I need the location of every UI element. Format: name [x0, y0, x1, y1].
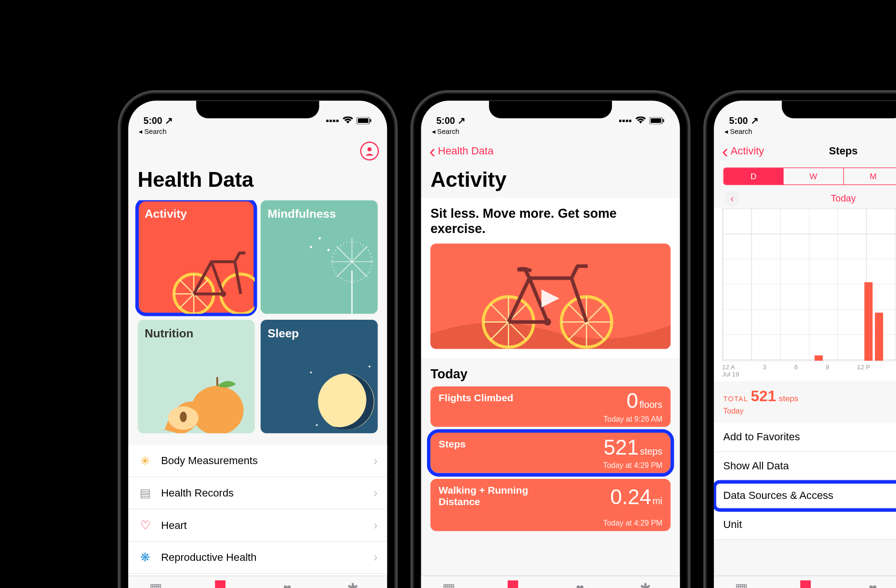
back-search[interactable]: Search [128, 128, 387, 138]
stat-time: Today at 9:26 AM [438, 415, 662, 423]
calendar-icon: ▦ [735, 581, 748, 588]
notch [782, 101, 896, 118]
svg-rect-32 [651, 118, 661, 123]
chevron-icon: › [374, 517, 378, 533]
row-heart[interactable]: ♡Heart› [128, 509, 387, 542]
row-favorites[interactable]: Add to Favorites [714, 423, 896, 452]
row-reproductive[interactable]: ❋Reproductive Health› [128, 542, 387, 574]
page-title: Activity [430, 167, 671, 192]
seg-day[interactable]: D [724, 168, 784, 184]
steps-chart: 0100200300400500600 [722, 208, 896, 361]
tile-sleep[interactable]: Sleep [261, 320, 378, 433]
cellular-icon: ▪▪▪▪ [619, 116, 632, 126]
stat-flights[interactable]: Flights Climbed 0floors Today at 9:26 AM [430, 386, 671, 427]
back-activity[interactable]: Activity [722, 145, 764, 157]
row-show-all[interactable]: Show All Data› [714, 452, 896, 481]
tab-health-data[interactable]: ▞▚Health Data [789, 581, 823, 588]
tile-nutrition[interactable]: Nutrition [138, 320, 255, 433]
svg-point-28 [310, 372, 312, 374]
tab-medical-id[interactable]: ✱Medical ID [337, 581, 368, 588]
seg-month[interactable]: M [844, 168, 896, 184]
calendar-icon: ▦ [149, 581, 163, 588]
promo-video[interactable]: ▶ [430, 243, 671, 349]
tab-today[interactable]: ▦Today [440, 581, 458, 588]
tab-today[interactable]: ▦Today [147, 581, 164, 588]
body-icon: ✳︎ [138, 454, 153, 467]
stat-label: Walking + Running Distance [438, 485, 544, 508]
wifi-icon [343, 116, 353, 126]
stat-time: Today at 4:29 PM [438, 461, 662, 469]
svg-point-29 [369, 365, 371, 367]
flower-icon: ❋ [138, 550, 153, 564]
chart-date: Jul 19 [722, 371, 896, 378]
prev-date[interactable]: ‹ [724, 191, 740, 206]
tile-mindfulness[interactable]: Mindfulness [261, 200, 378, 314]
row-label: Unit [723, 519, 742, 531]
date-nav: ‹ Today › [714, 189, 896, 209]
stat-value: 521steps [603, 435, 662, 460]
tab-sources[interactable]: ♥Sources [568, 581, 592, 588]
row-unit[interactable]: UnitSteps [714, 510, 896, 539]
tab-sources[interactable]: ♥Sources [275, 581, 299, 588]
wifi-icon [635, 116, 646, 126]
asterisk-icon: ✱ [640, 581, 652, 588]
nav-bar: Activity Steps + [714, 138, 896, 164]
row-body-measurements[interactable]: ✳︎Body Measurements› [128, 445, 387, 477]
svg-line-19 [337, 262, 352, 277]
tile-activity[interactable]: Activity [138, 200, 255, 314]
row-data-sources[interactable]: Data Sources & Access› [714, 481, 896, 510]
tab-bar: ▦Today ▞▚Health Data ♥Sources ✱Medical I… [128, 576, 387, 588]
tile-label: Mindfulness [268, 207, 336, 220]
svg-line-18 [352, 262, 367, 277]
svg-point-3 [367, 147, 372, 152]
page-title: Health Data [138, 167, 378, 192]
stat-steps[interactable]: Steps 521steps Today at 4:29 PM [430, 433, 671, 473]
profile-icon[interactable] [360, 142, 379, 160]
svg-point-26 [180, 412, 187, 422]
status-time: 5:00 ↗ [143, 115, 173, 126]
svg-point-22 [327, 249, 330, 251]
cellular-icon: ▪▪▪▪ [326, 116, 339, 126]
promo-text: Sit less. Move more. Get some exercise. [430, 206, 671, 237]
row-label: Health Records [161, 487, 234, 499]
svg-line-17 [337, 246, 352, 262]
stat-value: 0floors [627, 389, 662, 414]
battery-icon [356, 116, 372, 126]
status-time: 5:00 ↗ [436, 115, 465, 126]
svg-rect-33 [663, 119, 664, 122]
grid-icon: ▞▚ [210, 581, 231, 588]
bicycle-icon [171, 241, 255, 314]
tab-health-data[interactable]: ▞▚Health Data [203, 581, 237, 588]
tab-sources[interactable]: ♥Sources [861, 581, 885, 588]
stat-value: 0.24mi [610, 485, 662, 509]
row-health-records[interactable]: ▤Health Records› [128, 477, 387, 509]
dandelion-icon [299, 230, 378, 314]
tab-health-data[interactable]: ▞▚Health Data [496, 581, 529, 588]
grid-icon: ▞▚ [795, 581, 816, 588]
chevron-icon: › [374, 550, 378, 565]
nav-bar: Health Data [421, 138, 680, 164]
back-health-data[interactable]: Health Data [429, 145, 494, 157]
records-icon: ▤ [138, 486, 153, 500]
svg-point-20 [310, 246, 312, 248]
row-label: Add to Favorites [723, 431, 800, 443]
svg-point-27 [318, 374, 374, 430]
seg-week[interactable]: W [784, 168, 844, 184]
svg-rect-1 [358, 118, 368, 123]
phone-health-data: 5:00 ↗ ▪▪▪▪ Search Health Data Activity [120, 92, 396, 588]
svg-point-21 [318, 237, 321, 240]
battery-icon [650, 116, 665, 126]
status-time: 5:00 ↗ [729, 115, 758, 126]
stat-distance[interactable]: Walking + Running Distance 0.24mi Today … [430, 479, 671, 531]
time-segment: D W M Y [723, 167, 896, 185]
status-right: ▪▪▪▪ [619, 116, 665, 126]
notch [489, 101, 612, 118]
chevron-icon: › [374, 453, 378, 468]
row-label: Reproductive Health [161, 551, 256, 564]
back-search[interactable]: Search [714, 128, 896, 138]
tab-medical-id[interactable]: ✱Medical ID [630, 581, 661, 588]
phone-steps: 5:00 ↗ ▪▪▪▪ Search Activity Steps + D W … [706, 92, 896, 588]
calendar-icon: ▦ [442, 581, 456, 588]
tab-today[interactable]: ▦Today [733, 581, 750, 588]
back-search[interactable]: Search [421, 128, 680, 138]
